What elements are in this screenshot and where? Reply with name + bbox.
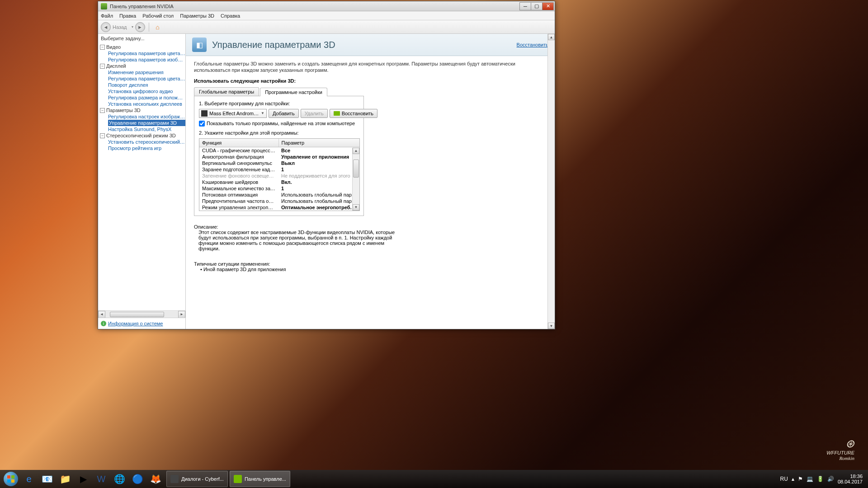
page-title: Управление параметрами 3D: [212, 40, 335, 50]
svg-rect-2: [7, 479, 10, 483]
windows-logo-icon: [4, 472, 18, 486]
home-icon: ⌂: [156, 23, 159, 31]
scroll-down-button[interactable]: ▼: [353, 204, 359, 211]
taskbar-word[interactable]: W: [92, 471, 110, 487]
tree-leaf-video-image[interactable]: Регулировка параметров изображения д: [108, 56, 185, 63]
table-row[interactable]: Кэширование шейдеровВкл.: [199, 179, 359, 185]
program-select[interactable]: Mass Effect Andromeda (masse... ▼: [199, 109, 267, 118]
scroll-thumb[interactable]: [353, 160, 359, 178]
app-icon: [170, 475, 179, 483]
tree-leaf-resolution[interactable]: Изменение разрешения: [108, 69, 185, 75]
tree-leaf-game-rating[interactable]: Просмотр рейтинга игр: [108, 145, 185, 151]
tree-toggle[interactable]: −: [100, 108, 105, 113]
col-param[interactable]: Параметр: [278, 139, 359, 147]
table-row[interactable]: Заранее подготовленные кадры вирту...1: [199, 166, 359, 173]
tree-leaf-manage-3d[interactable]: Управление параметрами 3D: [108, 120, 185, 126]
tray-clock[interactable]: 18:36 08.04.2017: [838, 474, 863, 484]
taskbar-app-cyberforum[interactable]: Диалоги - Cyberf...: [166, 471, 228, 487]
taskbar-browser[interactable]: 🌐: [110, 471, 128, 487]
table-vscroll[interactable]: ▲ ▼: [352, 148, 359, 211]
main-vscroll[interactable]: ▲ ▼: [547, 34, 555, 329]
maximize-button[interactable]: ▢: [531, 2, 542, 10]
table-row[interactable]: Вертикальный синхроимпульсВыкл: [199, 160, 359, 166]
tray-arrow-icon[interactable]: ▴: [792, 476, 794, 482]
titlebar[interactable]: Панель управления NVIDIA ─ ▢ ✕: [98, 1, 555, 11]
step2-label: 2. Укажите настройки для этой программы:: [199, 130, 359, 136]
table-row[interactable]: Предпочтительная частота обновлени...Исп…: [199, 198, 359, 204]
chevron-down-icon: ▼: [261, 111, 264, 115]
info-icon: i: [101, 321, 106, 326]
settings-table: Функция Параметр CUDA - графические проц…: [199, 138, 360, 211]
tree-leaf-multi-display[interactable]: Установка нескольких дисплеев: [108, 101, 185, 107]
scroll-up-button[interactable]: ▲: [548, 34, 555, 40]
menubar: Файл Правка Рабочий стол Параметры 3D Сп…: [98, 11, 555, 20]
tray-volume-icon[interactable]: 🔊: [827, 476, 834, 482]
intro-text: Глобальные параметры 3D можно заменить и…: [194, 61, 547, 74]
taskbar-wmp[interactable]: ▶: [74, 471, 92, 487]
nvidia-icon: [101, 3, 107, 9]
desktop-watermark: ⊛ WFFUTURE Romkin: [826, 437, 854, 461]
table-row[interactable]: Затенение фонового освещенияНе поддержив…: [199, 173, 359, 179]
restore-link[interactable]: Восстановить: [517, 42, 548, 47]
section-heading: Использовать следующие настройки 3D:: [194, 78, 547, 84]
scroll-thumb[interactable]: [110, 312, 164, 317]
forward-button[interactable]: ►: [135, 22, 145, 32]
scroll-up-button[interactable]: ▲: [353, 148, 359, 154]
sidebar-hscroll[interactable]: ◄ ►: [98, 310, 185, 318]
home-button[interactable]: ⌂: [153, 22, 163, 32]
table-row[interactable]: CUDA - графические процессорыВсе: [199, 147, 359, 154]
tab-global[interactable]: Глобальные параметры: [194, 87, 259, 96]
scroll-left-button[interactable]: ◄: [98, 311, 105, 318]
menu-help[interactable]: Справка: [221, 13, 240, 19]
tree-leaf-image-preview[interactable]: Регулировка настроек изображения с пр: [108, 113, 185, 120]
page-header: ◧ Управление параметрами 3D Восстановить: [186, 34, 555, 56]
tree-toggle[interactable]: −: [100, 64, 105, 69]
table-row[interactable]: Максимальное количество заранее под...1: [199, 185, 359, 192]
scroll-right-button[interactable]: ►: [178, 311, 185, 318]
taskbar-app-nvidia[interactable]: Панель управле...: [230, 471, 290, 487]
menu-params3d[interactable]: Параметры 3D: [180, 13, 214, 19]
add-button[interactable]: Добавить: [269, 109, 299, 118]
taskbar-mail[interactable]: 📧: [38, 471, 56, 487]
game-icon: [201, 110, 208, 117]
tree-toggle[interactable]: −: [100, 133, 105, 138]
system-info-link[interactable]: i Информация о системе: [98, 318, 185, 329]
minimize-button[interactable]: ─: [519, 2, 531, 10]
tree-leaf-size-position[interactable]: Регулировка размера и положения рабо: [108, 94, 185, 101]
show-found-only-checkbox[interactable]: [199, 121, 205, 127]
typical-item: Иной параметр 3D для приложения: [200, 267, 397, 272]
description-heading: Описание:: [194, 224, 397, 230]
tree-leaf-digital-audio[interactable]: Установка цифрового аудио: [108, 88, 185, 94]
tree-leaf-video-color[interactable]: Регулировка параметров цвета для вид: [108, 50, 185, 56]
taskbar-firefox[interactable]: 🦊: [146, 471, 165, 487]
menu-file[interactable]: Файл: [101, 13, 113, 19]
tree-leaf-rotation[interactable]: Поворот дисплея: [108, 82, 185, 88]
table-row[interactable]: Анизотропная фильтрацияУправление от при…: [199, 154, 359, 160]
menu-edit[interactable]: Правка: [119, 13, 136, 19]
restore-button[interactable]: Восстановить: [330, 109, 377, 118]
taskbar-explorer[interactable]: 📁: [56, 471, 74, 487]
tray-network-icon[interactable]: 💻: [807, 476, 813, 482]
main-panel: ◧ Управление параметрами 3D Восстановить…: [186, 34, 555, 329]
close-button[interactable]: ✕: [542, 2, 554, 10]
tree-leaf-stereo-setup[interactable]: Установить стереоскопический режим 3: [108, 139, 185, 145]
tray-action-center-icon[interactable]: ⚑: [798, 476, 803, 482]
tree-leaf-surround-physx[interactable]: Настройка Surround, PhysX: [108, 126, 185, 132]
table-row[interactable]: Режим управления электропитаниемОптималь…: [199, 204, 359, 211]
menu-desktop[interactable]: Рабочий стол: [142, 13, 174, 19]
tray-lang[interactable]: RU: [780, 476, 788, 482]
tab-program[interactable]: Программные настройки: [260, 88, 327, 96]
show-found-only-label[interactable]: Показывать только программы, найденные н…: [207, 121, 355, 126]
taskbar-chrome[interactable]: 🔵: [128, 471, 146, 487]
start-button[interactable]: [2, 470, 20, 488]
tree-leaf-desktop-color[interactable]: Регулировка параметров цвета рабочег: [108, 75, 185, 82]
table-row[interactable]: Потоковая оптимизацияИспользовать глобал…: [199, 192, 359, 198]
tree-toggle[interactable]: −: [100, 45, 105, 50]
tray-battery-icon[interactable]: 🔋: [817, 476, 824, 482]
scroll-down-button[interactable]: ▼: [548, 323, 555, 329]
col-function[interactable]: Функция: [199, 139, 278, 147]
page-header-icon: ◧: [192, 38, 207, 52]
tabstrip: Глобальные параметры Программные настрой…: [194, 87, 547, 96]
taskbar-ie[interactable]: e: [20, 471, 38, 487]
back-button[interactable]: ◄: [101, 22, 111, 32]
